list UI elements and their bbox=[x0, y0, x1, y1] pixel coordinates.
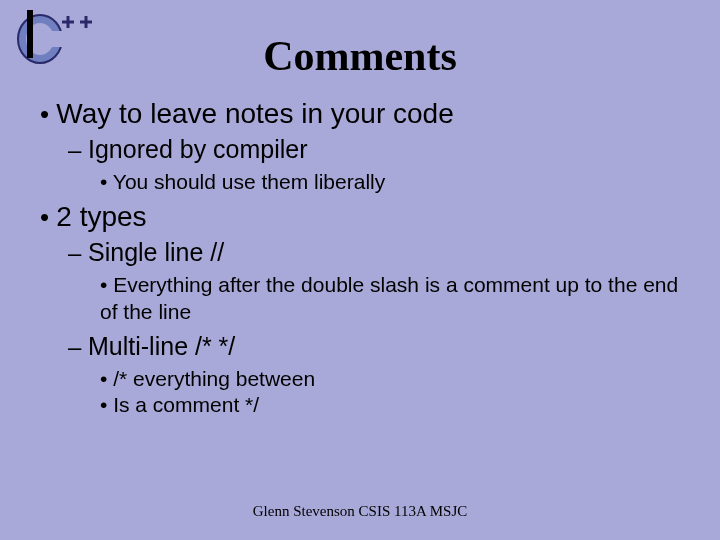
bullet-text: You should use them liberally bbox=[113, 170, 385, 193]
bullet-level3: /* everything between bbox=[100, 366, 680, 392]
svg-rect-3 bbox=[27, 10, 33, 58]
bullet-text: Ignored by compiler bbox=[88, 135, 308, 163]
bullet-level1: Way to leave notes in your code Ignored … bbox=[40, 98, 680, 195]
bullet-text: Is a comment */ bbox=[113, 393, 259, 416]
bullet-text: Everything after the double slash is a c… bbox=[100, 273, 678, 322]
slide-body: Way to leave notes in your code Ignored … bbox=[0, 98, 720, 418]
bullet-level3: Is a comment */ bbox=[100, 392, 680, 418]
bullet-text: Multi-line /* */ bbox=[88, 332, 235, 360]
bullet-text: 2 types bbox=[56, 201, 146, 232]
bullet-level2: Ignored by compiler You should use them … bbox=[68, 134, 680, 195]
cpp-logo-icon bbox=[12, 6, 92, 66]
bullet-level3: You should use them liberally bbox=[100, 169, 680, 195]
bullet-text: Way to leave notes in your code bbox=[56, 98, 453, 129]
bullet-level2: Single line // Everything after the doub… bbox=[68, 237, 680, 325]
bullet-level2: Multi-line /* */ /* everything between I… bbox=[68, 331, 680, 419]
slide-footer: Glenn Stevenson CSIS 113A MSJC bbox=[0, 503, 720, 520]
bullet-level1: 2 types Single line // Everything after … bbox=[40, 201, 680, 418]
slide-title: Comments bbox=[0, 32, 720, 80]
bullet-text: /* everything between bbox=[113, 367, 315, 390]
bullet-level3: Everything after the double slash is a c… bbox=[100, 272, 680, 325]
svg-rect-2 bbox=[46, 31, 76, 47]
bullet-text: Single line // bbox=[88, 238, 224, 266]
